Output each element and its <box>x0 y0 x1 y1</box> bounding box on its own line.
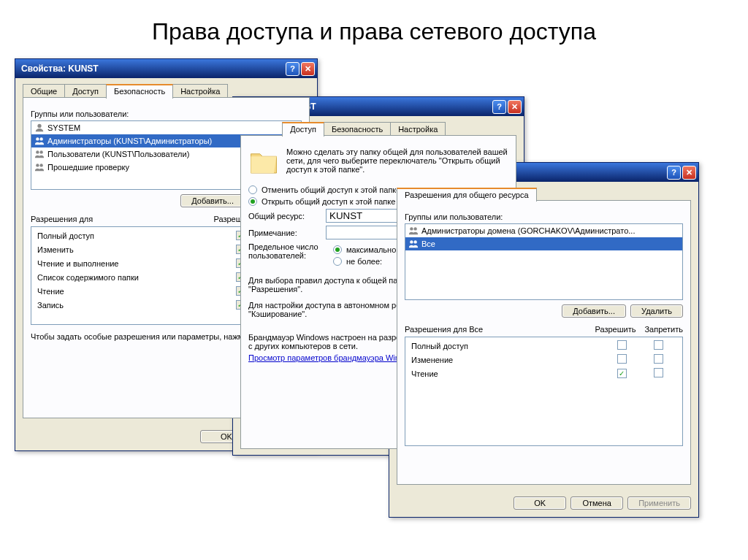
permissions-window: Разрешения для KUNST ? ✕ Разрешения для … <box>389 162 699 518</box>
user-icon <box>34 162 45 172</box>
checkbox[interactable] <box>617 354 627 364</box>
radio-max[interactable] <box>333 245 342 254</box>
checkbox[interactable] <box>654 368 663 377</box>
remove-button[interactable]: Удалить <box>630 304 683 318</box>
list-item: Все <box>405 237 682 250</box>
share-info: Можно сделать эту папку общей для пользо… <box>286 147 508 178</box>
svg-point-5 <box>36 164 39 166</box>
radio-open-share[interactable] <box>248 197 257 206</box>
help-icon[interactable]: ? <box>667 166 681 180</box>
title-text: Свойства: KUNST <box>21 64 286 74</box>
tab-general[interactable]: Общие <box>23 84 65 98</box>
svg-point-4 <box>39 150 42 153</box>
user-icon <box>34 123 45 133</box>
groups-label: Группы или пользователи: <box>31 110 302 118</box>
max-users-label: Предельное число пользователей: <box>248 242 329 260</box>
svg-point-8 <box>413 227 416 230</box>
help-icon[interactable]: ? <box>492 100 506 114</box>
svg-point-10 <box>413 240 416 243</box>
user-icon <box>408 239 419 249</box>
svg-point-2 <box>39 137 42 140</box>
tab-sharing[interactable]: Доступ <box>64 84 107 98</box>
add-button[interactable]: Добавить... <box>562 304 626 318</box>
svg-point-3 <box>36 150 39 153</box>
folder-share-icon <box>248 147 279 178</box>
user-icon <box>34 136 45 146</box>
ok-button[interactable]: OK <box>514 496 566 510</box>
tab-security[interactable]: Безопасность <box>324 122 391 136</box>
permissions-label: Разрешения для Все <box>405 325 483 334</box>
user-icon <box>408 226 419 236</box>
svg-point-0 <box>37 124 41 128</box>
close-icon[interactable]: ✕ <box>508 100 522 114</box>
cancel-button[interactable]: Отмена <box>570 496 623 510</box>
radio-deny-share[interactable] <box>248 185 257 194</box>
checkbox[interactable] <box>654 340 663 350</box>
close-icon[interactable]: ✕ <box>301 62 315 76</box>
groups-label: Группы или пользователи: <box>405 212 683 221</box>
titlebar-1[interactable]: Свойства: KUNST ? ✕ <box>15 59 317 78</box>
tab-share-permissions[interactable]: Разрешения для общего ресурса <box>397 188 537 202</box>
tab-customize[interactable]: Настройка <box>390 122 446 136</box>
tab-customize[interactable]: Настройка <box>172 84 228 98</box>
svg-point-7 <box>410 227 413 230</box>
checkbox[interactable] <box>654 354 663 364</box>
close-icon[interactable]: ✕ <box>682 166 696 180</box>
share-name-label: Общий ресурс: <box>248 212 321 220</box>
radio-limit[interactable] <box>333 257 342 266</box>
permissions-label: Разрешения для <box>31 215 93 223</box>
add-button[interactable]: Добавить... <box>180 194 245 207</box>
tab-panel-permissions: Группы или пользователи: Администраторы … <box>397 200 691 485</box>
page-title: Права доступа и права сетевого доступа <box>0 0 748 60</box>
apply-button[interactable]: Применить <box>627 496 691 510</box>
users-listbox-3[interactable]: Администраторы домена (GORCHAKOV\Админис… <box>405 223 683 300</box>
tab-security[interactable]: Безопасность <box>106 84 173 99</box>
permissions-box: Полный доступ Изменение Чтение✓ <box>405 337 683 446</box>
tab-sharing[interactable]: Доступ <box>282 122 324 137</box>
svg-point-9 <box>410 240 413 243</box>
allow-label: Разрешить <box>595 325 636 334</box>
list-item: Администраторы домена (GORCHAKOV\Админис… <box>405 224 682 237</box>
svg-point-1 <box>36 137 39 140</box>
deny-label: Запретить <box>644 325 683 334</box>
help-icon[interactable]: ? <box>286 62 299 76</box>
checkbox[interactable]: ✓ <box>617 369 627 378</box>
comment-label: Примечание: <box>248 229 321 237</box>
svg-point-6 <box>39 164 42 166</box>
list-item: SYSTEM <box>31 121 301 134</box>
user-icon <box>34 149 45 159</box>
checkbox[interactable] <box>617 340 627 350</box>
